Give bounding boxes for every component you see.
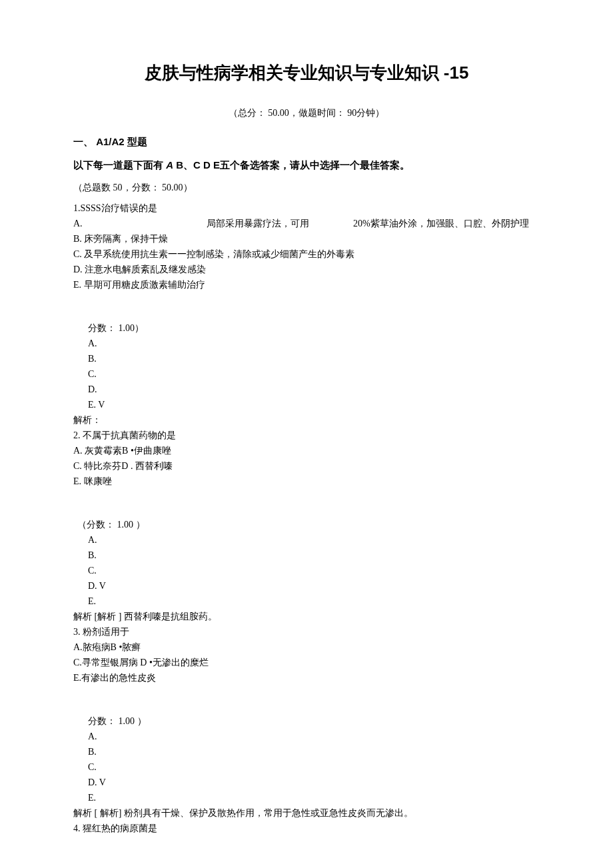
q1-opt-b: B. 床旁隔离，保持干燥 [73,232,540,246]
q1-ans-a: A. [73,336,540,350]
q1-ans-c: C. [73,367,540,381]
q2-opt-a: A. 灰黄霉素B •伊曲康唑 [73,444,540,458]
q2-ans-d: D. V [73,579,540,593]
q1-ans-d: D. [73,382,540,396]
q2-score: （分数： 1.00 ） [73,518,540,532]
q2-opt-c: C. 特比奈芬D . 西替利嗪 [73,459,540,473]
q1-analysis: 解析： [73,413,540,427]
exam-meta: （总分： 50.00，做题时间： 90分钟） [73,106,540,120]
q2-ans-e: E. [73,594,540,608]
q3-ans-c: C. [73,760,540,774]
q1-stem: 1.SSSS治疗错误的是 [73,201,540,215]
instruction-line: 以下每一道题下面有 A B、C D E五个备选答案，请从中选择一个最佳答案。 [73,158,540,173]
q1-opt-a-row: A. 局部采用暴露疗法，可用 20%紫草油外涂，加强眼、口腔、外阴护理 [73,217,540,230]
q1-opt-e: E. 早期可用糖皮质激素辅助治疗 [73,278,540,292]
q3-analysis: 解析 [ 解析] 粉剂具有干燥、保护及散热作用，常用于急性或亚急性皮炎而无渗出。 [73,806,540,820]
page-title: 皮肤与性病学相关专业知识与专业知识 -15 [73,60,540,86]
q2-opt-e: E. 咪康唑 [73,474,540,488]
q2-stem: 2. 不属于抗真菌药物的是 [73,428,540,442]
question-count: （总题数 50，分数： 50.00） [73,181,540,195]
q4-stem: 4. 猩红热的病原菌是 [73,821,540,835]
q1-opt-a-text: 局部采用暴露疗法，可用 [207,217,353,230]
q1-opt-c: C. 及早系统使用抗生素一一控制感染，清除或减少细菌产生的外毒素 [73,247,540,261]
q3-opt-c: C.寻常型银屑病 D •无渗出的糜烂 [73,655,540,669]
q1-ans-b: B. [73,352,540,366]
q2-ans-a: A. [73,533,540,547]
q3-opt-e: E.有渗出的急性皮炎 [73,671,540,685]
q1-opt-a-tail: 20%紫草油外涂，加强眼、口腔、外阴护理 [353,217,529,230]
instruction-post: B、C D E五个备选答案，请从中选择一个最佳答案。 [173,159,410,171]
q2-ans-b: B. [73,548,540,562]
q3-stem: 3. 粉剂适用于 [73,625,540,639]
q3-ans-a: A. [73,729,540,743]
q1-score: 分数： 1.00） [73,321,540,335]
q1-opt-a-label: A. [73,217,207,230]
q2-analysis: 解析 [解析 ] 西替利嗪是抗组胺药。 [73,610,540,624]
q1-opt-d: D. 注意水电解质紊乱及继发感染 [73,262,540,276]
instruction-italic: A [166,159,173,171]
q1-ans-e: E. V [73,398,540,412]
section-heading: 一、 A1/A2 型题 [73,135,540,150]
q3-ans-e: E. [73,791,540,805]
q2-ans-c: C. [73,564,540,578]
instruction-pre: 以下每一道题下面有 [73,159,166,171]
q3-ans-b: B. [73,745,540,759]
q3-score: 分数： 1.00 ） [73,714,540,728]
q3-ans-d: D. V [73,775,540,789]
q3-opt-a: A.脓疱病B •脓癣 [73,640,540,654]
